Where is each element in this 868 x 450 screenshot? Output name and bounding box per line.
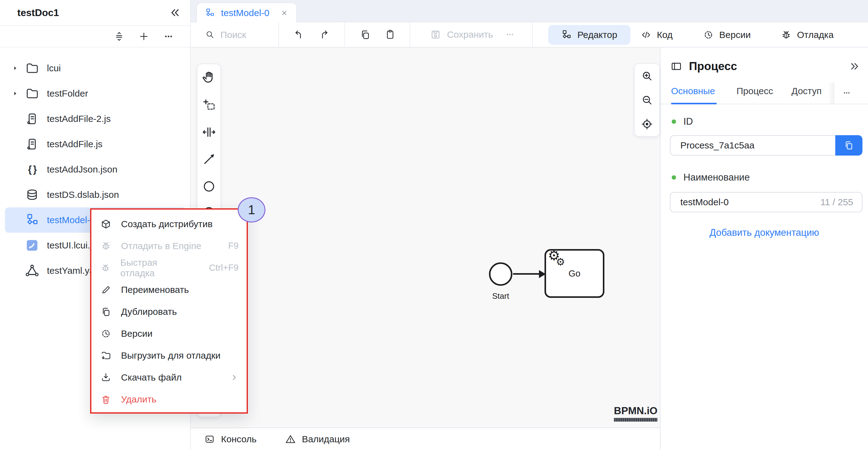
database-icon (25, 188, 39, 201)
tree-item-script[interactable]: testAddFile-2.js (5, 106, 186, 131)
save-more-icon[interactable] (505, 29, 515, 40)
file-name: testDS.dslab.json (47, 190, 119, 200)
toolbar-divider (278, 22, 279, 47)
bpmn-watermark: BPMN.iO (614, 405, 657, 422)
active-tab-underline (671, 103, 717, 104)
file-name: testModel-0 (47, 215, 95, 225)
tab-title: testModel-0 (221, 8, 274, 18)
view-tab-code[interactable]: Код (641, 25, 673, 45)
sidebar-toolbar (0, 26, 190, 47)
sort-files-icon[interactable] (114, 31, 125, 42)
properties-panel: Процесс Основные Процесс Доступ ID Наиме… (660, 47, 868, 450)
panel-title: Процесс (689, 60, 842, 73)
bpmn-watermark-bar (614, 418, 657, 422)
space-tool-icon[interactable] (202, 125, 216, 139)
copy-id-button[interactable] (835, 135, 863, 156)
file-name: lcui (47, 63, 61, 73)
caret-right-icon[interactable] (12, 90, 19, 97)
file-name: testUI.lcui.js (47, 240, 97, 251)
menu-item-delete[interactable]: Удалить (91, 388, 247, 410)
sequence-flow[interactable] (513, 273, 539, 275)
start-event-shape[interactable] (489, 262, 513, 286)
menu-item-versions[interactable]: Версии (91, 323, 247, 345)
console-button[interactable]: Консоль (204, 428, 256, 450)
hand-tool-icon[interactable] (202, 71, 216, 85)
collapse-sidebar-icon[interactable] (169, 7, 181, 19)
menu-item-duplicate[interactable]: Дублировать (91, 300, 247, 323)
bpmn-watermark-text: BPMN.iO (614, 405, 657, 417)
file-name: testAddFile.js (47, 139, 102, 150)
search-icon[interactable] (205, 30, 215, 39)
menu-item-download[interactable]: Скачать файл (91, 366, 247, 388)
document-title: testDoc1 (17, 7, 169, 19)
toolbar-divider (410, 22, 410, 47)
menu-item-label: Удалить (121, 394, 156, 405)
tab-testmodel[interactable]: testModel-0 (196, 2, 297, 23)
warning-icon (285, 434, 296, 445)
panel-tabs-more-icon[interactable] (842, 88, 851, 98)
zoom-in-button[interactable] (634, 64, 659, 88)
lasso-tool-icon[interactable] (202, 98, 216, 112)
copy-icon (101, 307, 111, 317)
service-task-shape[interactable]: ⚙ ⚙ Go (545, 249, 604, 298)
id-input[interactable] (671, 136, 835, 155)
name-input[interactable] (671, 193, 835, 212)
tree-item-json[interactable]: { } testAddJson.json (5, 157, 186, 182)
task-label: Go (546, 251, 603, 296)
undo-icon[interactable] (292, 29, 304, 40)
panel-tab-general[interactable]: Основные (671, 86, 715, 96)
add-file-icon[interactable] (138, 31, 149, 42)
panel-header: Процесс (671, 60, 860, 73)
redo-icon[interactable] (319, 29, 330, 40)
search-input[interactable] (220, 22, 277, 47)
required-dot-icon (672, 175, 676, 180)
create-start-event-icon[interactable] (202, 179, 216, 194)
view-tab-debug[interactable]: Отладка (781, 25, 834, 45)
bpmn-model-icon (205, 8, 215, 18)
file-name: testFolder (47, 88, 88, 99)
validation-label: Валидация (302, 434, 350, 445)
save-button[interactable]: Сохранить (447, 29, 493, 40)
name-field-label: Наименование (672, 172, 750, 183)
menu-item-rename[interactable]: Переименовать (91, 279, 247, 300)
pencil-icon (101, 285, 111, 295)
menu-item-label: Версии (121, 328, 153, 339)
panel-tab-process[interactable]: Процесс (737, 86, 773, 96)
copy-icon[interactable] (360, 29, 371, 40)
menu-item-create-distribution[interactable]: Создать дистрибутив (91, 213, 247, 235)
tree-item-dataset[interactable]: testDS.dslab.json (5, 182, 186, 207)
zoom-out-button[interactable] (634, 88, 659, 112)
view-tab-versions[interactable]: Версии (703, 25, 751, 45)
menu-shortcut: F9 (228, 241, 239, 251)
history-icon (703, 30, 714, 40)
app-window: testDoc1 lcui testFolder (0, 0, 868, 450)
bottom-bar: Консоль Валидация (191, 427, 660, 450)
paste-icon[interactable] (384, 29, 396, 40)
tree-item-script[interactable]: testAddFile.js (5, 131, 186, 157)
menu-item-export-debug[interactable]: Выгрузить для отладки (91, 345, 247, 366)
bpmn-model-icon (561, 30, 572, 40)
bpmn-canvas[interactable]: Start ⚙ ⚙ Go BPMN.iO (191, 47, 660, 427)
view-tab-label: Версии (719, 30, 751, 40)
annotation-badge: 1 (238, 197, 266, 223)
field-label-text: Наименование (683, 172, 750, 183)
global-connect-icon[interactable] (202, 152, 216, 166)
collapse-panel-icon[interactable] (849, 61, 860, 72)
validation-button[interactable]: Валидация (285, 428, 350, 450)
add-documentation-link[interactable]: Добавить документацию (660, 227, 868, 238)
more-options-icon[interactable] (163, 31, 174, 42)
reset-viewport-button[interactable] (634, 112, 659, 136)
close-tab-icon[interactable] (280, 9, 288, 17)
bug-icon (781, 30, 792, 40)
braces-icon: { } (25, 164, 39, 175)
bug-icon (101, 241, 111, 251)
tabs-scroll-fade (828, 83, 834, 104)
toolbar-divider (532, 22, 533, 47)
caret-right-icon[interactable] (12, 65, 19, 72)
view-tab-editor[interactable]: Редактор (548, 25, 630, 45)
panel-tab-access[interactable]: Доступ (792, 86, 822, 96)
char-counter: 11 / 255 (820, 193, 853, 212)
tree-item-folder[interactable]: lcui (5, 56, 186, 81)
bpmn-model-icon (25, 213, 39, 227)
tree-item-folder[interactable]: testFolder (5, 81, 186, 106)
